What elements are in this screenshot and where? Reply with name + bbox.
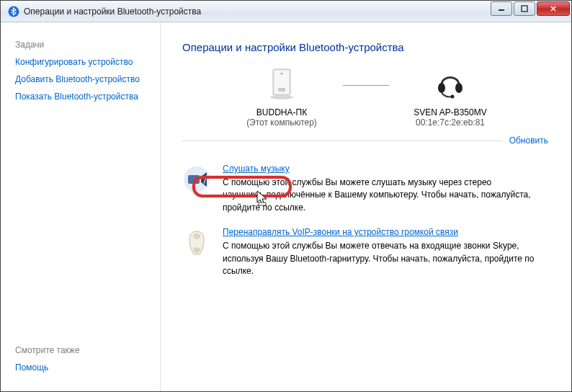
- listen-music-link[interactable]: Слушать музыку: [223, 164, 290, 174]
- refresh-link[interactable]: Обновить: [502, 135, 550, 146]
- close-button[interactable]: [537, 1, 570, 16]
- window-title: Операции и настройки Bluetooth-устройств…: [24, 6, 201, 17]
- svg-rect-12: [188, 175, 200, 184]
- sidebar-seealso-heading: Смотрите также: [15, 345, 160, 355]
- svg-point-13: [193, 233, 200, 239]
- service-music: Слушать музыку С помощью этой службы Вы …: [182, 164, 550, 214]
- voip-link[interactable]: Перенаправлять VoIP-звонки на устройство…: [223, 227, 458, 237]
- window: Операции и настройки Bluetooth-устройств…: [0, 0, 572, 392]
- headset-icon: [389, 66, 511, 103]
- listen-music-desc: С помощью этой службы Вы можете слушать …: [223, 177, 535, 214]
- bluetooth-icon: [8, 6, 19, 17]
- remote-device-mac: 00:1e:7c:2e:eb:81: [389, 117, 511, 128]
- local-device-name: BUDDHA-ПК: [220, 107, 343, 117]
- svg-rect-5: [278, 88, 285, 92]
- voip-service-icon: [182, 228, 211, 257]
- minimize-button[interactable]: [491, 1, 512, 16]
- main-content: Операции и настройки Bluetooth-устройств…: [161, 22, 571, 391]
- svg-rect-2: [522, 6, 527, 12]
- audio-service-icon: [182, 165, 211, 194]
- svg-point-6: [281, 73, 283, 75]
- devices-row: BUDDHA-ПК (Этот компьютер) SVE: [182, 66, 550, 128]
- window-controls: [489, 1, 570, 16]
- remote-device-name: SVEN AP-B350MV: [389, 107, 511, 117]
- svg-point-8: [438, 83, 445, 93]
- sidebar: Задачи Конфигурировать устройство Добави…: [1, 22, 161, 391]
- sidebar-link-help[interactable]: Помощь: [15, 362, 160, 373]
- voip-desc: С помощью этой службы Вы можете отвечать…: [223, 240, 535, 277]
- svg-point-9: [455, 83, 462, 93]
- sidebar-link-add[interactable]: Добавить Bluetooth-устройство: [15, 74, 160, 84]
- svg-point-14: [193, 247, 200, 253]
- maximize-button[interactable]: [514, 1, 535, 16]
- device-connector: [343, 85, 389, 86]
- computer-icon: [220, 66, 343, 103]
- local-device-sub: (Этот компьютер): [220, 117, 343, 128]
- refresh-row: Обновить: [182, 141, 550, 151]
- sidebar-link-show[interactable]: Показать Bluetooth-устройства: [15, 92, 160, 102]
- page-title: Операции и настройки Bluetooth-устройств…: [182, 41, 550, 53]
- remote-device: SVEN AP-B350MV 00:1e:7c:2e:eb:81: [389, 66, 511, 128]
- svg-point-7: [270, 95, 293, 99]
- svg-point-10: [451, 95, 455, 99]
- titlebar[interactable]: Операции и настройки Bluetooth-устройств…: [1, 1, 571, 22]
- service-voip: Перенаправлять VoIP-звонки на устройство…: [182, 227, 550, 277]
- svg-rect-1: [499, 9, 504, 11]
- local-device: BUDDHA-ПК (Этот компьютер): [220, 66, 343, 128]
- sidebar-tasks-heading: Задачи: [15, 40, 160, 50]
- sidebar-link-configure[interactable]: Конфигурировать устройство: [15, 57, 160, 67]
